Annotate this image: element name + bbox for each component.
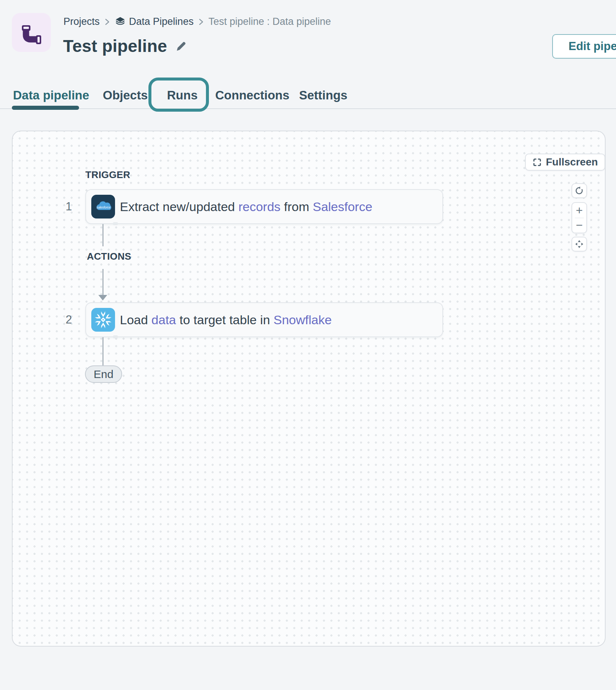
edit-pencil-icon[interactable]	[175, 40, 186, 52]
salesforce-link[interactable]: Salesforce	[313, 200, 373, 214]
actions-section-label: ACTIONS	[87, 251, 131, 262]
breadcrumb-current: Test pipeline : Data pipeline	[209, 16, 331, 27]
action-node-card[interactable]: Load data to target table in Snowflake	[85, 302, 443, 337]
tab-data-pipeline[interactable]: Data pipeline	[13, 88, 89, 105]
action-node-text: Load data to target table in Snowflake	[120, 313, 332, 327]
connector-line	[102, 337, 104, 365]
reset-rotate-icon	[575, 186, 584, 195]
snowflake-link[interactable]: Snowflake	[273, 313, 332, 327]
tab-connections[interactable]: Connections	[215, 88, 289, 105]
active-tab-underline	[12, 106, 79, 110]
breadcrumb-projects[interactable]: Projects	[63, 16, 100, 27]
fullscreen-icon	[533, 158, 542, 167]
trigger-section-label: TRIGGER	[85, 169, 130, 181]
records-link[interactable]: records	[238, 200, 280, 214]
pipeline-app-tile	[12, 13, 51, 52]
tab-objects[interactable]: Objects	[103, 88, 148, 105]
pan-button[interactable]	[571, 237, 587, 252]
connector-line	[102, 224, 104, 246]
reset-view-button[interactable]	[571, 183, 587, 198]
connector-arrowhead	[98, 295, 107, 300]
trigger-node-text: Extract new/updated records from Salesfo…	[120, 200, 372, 214]
svg-text:salesforce: salesforce	[96, 206, 111, 209]
page-title: Test pipeline	[63, 36, 167, 56]
tab-runs[interactable]: Runs	[167, 88, 198, 105]
trigger-node-card[interactable]: salesforce Extract new/updated records f…	[85, 189, 443, 224]
pipe-icon	[18, 19, 45, 46]
breadcrumb: Projects Data Pipelines Test pipeline : …	[63, 15, 331, 28]
layers-icon	[115, 16, 126, 27]
salesforce-icon: salesforce	[91, 195, 115, 218]
data-link[interactable]: data	[151, 313, 176, 327]
zoom-out-button[interactable]: −	[572, 218, 586, 233]
zoom-in-button[interactable]: +	[572, 203, 586, 218]
pipeline-canvas[interactable]: Fullscreen + − TRIGGER 1	[12, 131, 606, 647]
breadcrumb-data-pipelines[interactable]: Data Pipelines	[115, 16, 194, 27]
node-2-number: 2	[52, 313, 72, 326]
connector-notch	[113, 222, 118, 225]
tab-settings[interactable]: Settings	[299, 88, 347, 105]
snowflake-icon	[91, 308, 115, 332]
node-1-number: 1	[52, 200, 72, 213]
connector-notch	[113, 335, 118, 338]
connector-line	[102, 269, 104, 296]
edit-pipeline-button[interactable]: Edit pipeline	[552, 34, 616, 59]
pan-move-icon	[574, 239, 584, 249]
chevron-right-icon	[199, 18, 204, 26]
end-node[interactable]: End	[85, 365, 122, 383]
zoom-controls: + −	[571, 202, 587, 233]
fullscreen-label: Fullscreen	[546, 156, 598, 168]
app-root: Projects Data Pipelines Test pipeline : …	[0, 0, 616, 690]
fullscreen-button[interactable]: Fullscreen	[525, 154, 605, 171]
chevron-right-icon	[105, 18, 110, 26]
tabbar-divider	[0, 108, 616, 109]
